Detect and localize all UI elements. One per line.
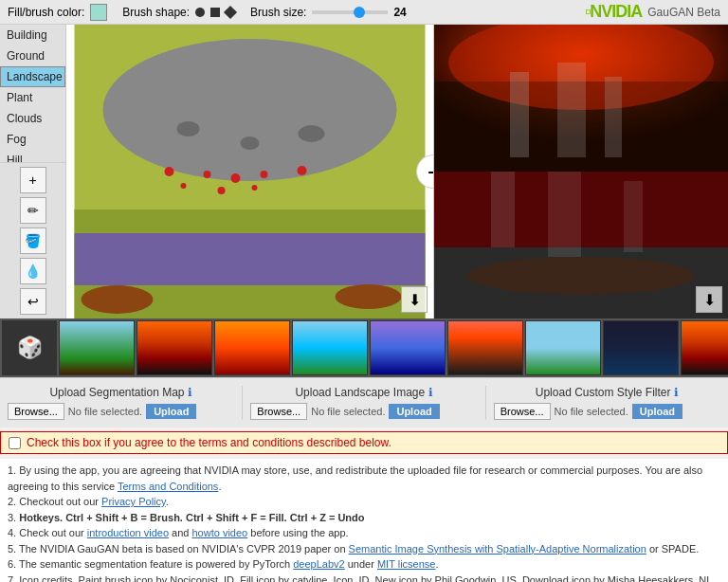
terms-checkbox[interactable] xyxy=(9,437,21,449)
deeplabv2-link[interactable]: deepLabv2 xyxy=(293,558,344,570)
custom-style-browse-button[interactable]: Browse... xyxy=(494,403,551,420)
zoom-plus-button[interactable]: + xyxy=(20,167,46,193)
info-line-1: 1. By using the app, you are agreeing th… xyxy=(8,463,720,494)
brush-size-label: Brush size: xyxy=(250,6,306,19)
landscape-info-icon[interactable]: ℹ xyxy=(428,386,433,399)
svg-point-3 xyxy=(241,136,260,150)
custom-style-upload-button[interactable]: Upload xyxy=(632,404,682,419)
thumbnail-4[interactable] xyxy=(292,320,368,375)
main-area: Building Ground Landscape Plant Clouds F… xyxy=(0,25,728,318)
info-line-2: 2. Checkout out our Privacy Policy. xyxy=(8,494,720,510)
canvas-area[interactable]: ⬇ ➜ xyxy=(66,25,434,318)
info-line-7: 7. Icon credits. Paint brush icon by Noc… xyxy=(8,573,720,583)
upload-landscape-col: Upload Landscape Image ℹ Browse... No fi… xyxy=(250,386,477,420)
output-image-top xyxy=(434,25,728,172)
sidebar-item-clouds[interactable]: Clouds xyxy=(0,108,65,129)
brush-shape-label: Brush shape: xyxy=(122,6,190,19)
terms-text: Check this box if you agree to the terms… xyxy=(27,436,391,449)
upload-divider-1 xyxy=(242,386,243,420)
landscape-browse-button[interactable]: Browse... xyxy=(250,403,307,420)
brush-dot-icon[interactable] xyxy=(195,8,205,17)
segmentation-browse-button[interactable]: Browse... xyxy=(8,403,64,420)
thumbnail-8[interactable] xyxy=(603,320,679,375)
thumbnail-1[interactable] xyxy=(59,320,135,375)
custom-style-no-file: No file selected. xyxy=(555,406,628,417)
terms-section: Check this box if you agree to the terms… xyxy=(0,431,728,454)
custom-style-info-icon[interactable]: ℹ xyxy=(674,386,679,399)
svg-point-12 xyxy=(261,171,268,178)
download-canvas-button[interactable]: ⬇ xyxy=(401,286,428,313)
thumbnails-strip: 🎲 xyxy=(0,318,728,377)
brush-size-slider[interactable] xyxy=(312,10,388,14)
svg-point-15 xyxy=(218,187,226,194)
fill-tool-button[interactable]: 🪣 xyxy=(20,227,46,254)
segmentation-info-icon[interactable]: ℹ xyxy=(188,386,192,399)
spade-paper-link[interactable]: Semantic Image Synthesis with Spatially-… xyxy=(349,543,646,555)
brush-slider-thumb[interactable] xyxy=(354,7,365,18)
nvidia-logo-area: ▫NVIDIA GauGAN Beta xyxy=(585,2,720,22)
sidebar-item-ground[interactable]: Ground xyxy=(0,45,65,66)
svg-point-14 xyxy=(181,183,187,189)
fill-brush-label: Fill/brush color: xyxy=(8,6,84,19)
brush-size-item: Brush size: 24 xyxy=(250,6,407,19)
upload-custom-style-label: Upload Custom Style Filter ℹ xyxy=(494,386,720,399)
segmentation-upload-button[interactable]: Upload xyxy=(146,404,196,419)
brush-diamond-icon[interactable] xyxy=(224,5,237,18)
upload-segmentation-col: Upload Segmentation Map ℹ Browse... No f… xyxy=(8,386,234,420)
svg-point-16 xyxy=(252,185,258,191)
info-line-3: 3. Hotkeys. Ctrl + Shift + B = Brush. Ct… xyxy=(8,510,720,526)
upload-divider-2 xyxy=(485,386,486,420)
svg-point-4 xyxy=(299,125,325,142)
brush-square-icon[interactable] xyxy=(210,8,220,17)
sidebar: Building Ground Landscape Plant Clouds F… xyxy=(0,25,66,318)
brush-size-value: 24 xyxy=(393,6,406,19)
info-line-5: 5. The NVIDIA GauGAN beta is based on NV… xyxy=(8,541,720,557)
tool-buttons: + ✏ 🪣 💧 ↩ xyxy=(0,162,65,318)
upload-landscape-controls: Browse... No file selected. Upload xyxy=(250,403,477,420)
terms-conditions-link[interactable]: Terms and Conditions xyxy=(118,481,218,492)
svg-point-9 xyxy=(165,167,174,176)
toolbar: Fill/brush color: Brush shape: Brush siz… xyxy=(0,0,728,25)
svg-rect-28 xyxy=(624,181,643,252)
upload-custom-style-col: Upload Custom Style Filter ℹ Browse... N… xyxy=(494,386,720,420)
landscape-upload-button[interactable]: Upload xyxy=(389,404,439,419)
thumbnail-5[interactable] xyxy=(370,320,446,375)
sidebar-item-plant[interactable]: Plant xyxy=(0,87,65,108)
svg-rect-21 xyxy=(557,63,586,157)
howto-video-link[interactable]: howto video xyxy=(191,527,247,538)
thumbnail-9[interactable] xyxy=(681,320,728,375)
download-output-button[interactable]: ⬇ xyxy=(696,286,722,313)
sidebar-item-fog[interactable]: Fog xyxy=(0,129,65,150)
upload-section: Upload Segmentation Map ℹ Browse... No f… xyxy=(0,377,728,427)
fill-brush-color-item: Fill/brush color: xyxy=(8,4,107,21)
undo-button[interactable]: ↩ xyxy=(20,288,46,315)
thumbnail-3[interactable] xyxy=(214,320,290,375)
info-line-4: 4. Check out our introduction video and … xyxy=(8,525,720,541)
terms-checkbox-row: Check this box if you agree to the terms… xyxy=(9,436,719,449)
sidebar-item-hill[interactable]: Hill xyxy=(0,150,65,162)
segmentation-no-file: No file selected. xyxy=(68,406,142,417)
thumbnail-7[interactable] xyxy=(525,320,601,375)
output-image-bottom xyxy=(434,172,728,318)
svg-rect-22 xyxy=(605,77,622,157)
eyedropper-button[interactable]: 💧 xyxy=(20,258,46,284)
nvidia-icon: ▫NVIDIA xyxy=(585,2,642,22)
random-thumb[interactable]: 🎲 xyxy=(2,320,57,375)
brush-tool-button[interactable]: ✏ xyxy=(20,197,46,224)
upload-segmentation-label: Upload Segmentation Map ℹ xyxy=(8,386,234,399)
color-swatch[interactable] xyxy=(90,4,107,21)
upload-landscape-label: Upload Landscape Image ℹ xyxy=(250,386,477,399)
svg-point-29 xyxy=(467,257,695,295)
sidebar-item-building[interactable]: Building xyxy=(0,25,65,45)
svg-point-7 xyxy=(82,285,154,314)
privacy-policy-link[interactable]: Privacy Policy xyxy=(101,496,166,507)
intro-video-link[interactable]: introduction video xyxy=(87,527,169,538)
svg-point-1 xyxy=(103,39,397,181)
drawing-canvas[interactable] xyxy=(66,25,433,318)
sidebar-item-landscape[interactable]: Landscape xyxy=(0,66,65,87)
mit-license-link[interactable]: MIT licsense xyxy=(377,558,436,570)
svg-point-13 xyxy=(298,166,307,175)
svg-point-2 xyxy=(177,121,200,136)
thumbnail-2[interactable] xyxy=(136,320,212,375)
thumbnail-6[interactable] xyxy=(447,320,523,375)
